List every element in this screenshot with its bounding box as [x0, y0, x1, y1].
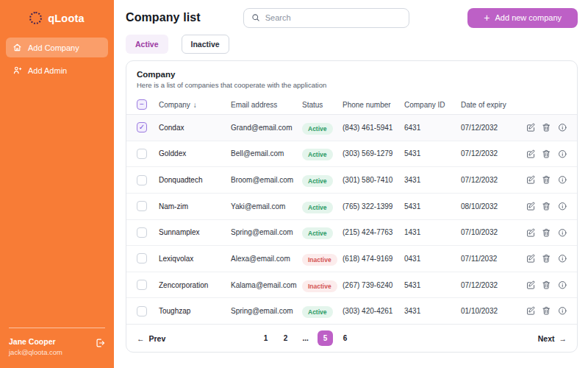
info-button[interactable]: [558, 280, 567, 290]
row-checkbox[interactable]: [137, 253, 147, 263]
column-header-email: Email address: [231, 101, 302, 109]
home-icon: [12, 43, 22, 52]
cell-expiry: 07/12/2032: [461, 281, 511, 289]
trash-icon: [542, 254, 551, 263]
edit-button[interactable]: [526, 280, 536, 290]
page-number-button[interactable]: 6: [337, 330, 353, 346]
search-input[interactable]: [265, 13, 401, 22]
table-row: Lexiqvolax Alexa@email.com Inactive (618…: [126, 246, 577, 272]
info-button[interactable]: [558, 149, 567, 159]
add-new-company-button[interactable]: + Add new company: [467, 8, 578, 28]
cell-phone: (215) 424-7763: [343, 228, 404, 236]
row-checkbox[interactable]: [137, 280, 147, 290]
delete-button[interactable]: [542, 306, 551, 316]
info-button[interactable]: [558, 254, 567, 263]
edit-button[interactable]: [526, 228, 536, 238]
trash-icon: [542, 228, 551, 238]
status-badge: Inactive: [302, 280, 337, 292]
logout-button[interactable]: [95, 338, 105, 350]
row-actions: [511, 149, 567, 159]
table-body: ✓ Condax Grand@email.com Active (843) 46…: [126, 115, 577, 324]
edit-button[interactable]: [526, 202, 536, 211]
user-name: Jane Cooper: [9, 337, 62, 346]
cell-expiry: 07/10/2032: [461, 228, 511, 236]
edit-button[interactable]: [526, 306, 536, 316]
delete-button[interactable]: [542, 280, 551, 290]
delete-button[interactable]: [542, 149, 551, 159]
cell-phone: (303) 569-1279: [343, 149, 404, 158]
table-row: Toughzap Spring@email.com Active (303) 4…: [126, 298, 577, 324]
page-title: Company list: [126, 11, 201, 24]
edit-button[interactable]: [526, 123, 536, 132]
row-actions: [511, 228, 567, 238]
cell-email: Grand@email.com: [231, 124, 302, 132]
info-button[interactable]: [558, 175, 567, 185]
delete-button[interactable]: [542, 123, 551, 132]
table-row: ✓ Condax Grand@email.com Active (843) 46…: [126, 115, 577, 141]
cell-email: Alexa@email.com: [231, 255, 302, 263]
edit-icon: [526, 175, 536, 185]
cell-expiry: 07/12/2032: [461, 124, 511, 132]
delete-button[interactable]: [542, 254, 551, 263]
main-content: Company list + Add new company Active In…: [114, 0, 588, 368]
status-badge: Active: [302, 227, 333, 239]
column-header-company[interactable]: Company ↓: [159, 101, 231, 109]
page-number-button[interactable]: 1: [258, 330, 273, 346]
tab-active[interactable]: Active: [126, 35, 168, 54]
row-checkbox[interactable]: ✓: [137, 122, 147, 132]
select-all-checkbox[interactable]: −: [137, 99, 147, 110]
trash-icon: [542, 306, 551, 316]
cell-email: Spring@email.com: [231, 307, 302, 315]
table-row: Golddex Bell@email.com Active (303) 569-…: [126, 141, 577, 168]
prev-page-button[interactable]: ← Prev: [137, 334, 165, 343]
cell-company-id: 5431: [404, 202, 461, 210]
cell-company-id: 5431: [404, 149, 461, 158]
cell-company: Toughzap: [159, 307, 231, 315]
row-checkbox[interactable]: [137, 306, 147, 316]
card-title: Company: [137, 70, 567, 79]
topbar: Company list + Add new company: [126, 7, 578, 29]
pagination: ← Prev 1 2 ... 5 6 Next →: [126, 324, 577, 352]
cell-company-id: 3431: [404, 307, 461, 315]
edit-button[interactable]: [526, 254, 536, 263]
status-badge: Inactive: [302, 254, 337, 266]
table-row: Sunnamplex Spring@email.com Active (215)…: [126, 220, 577, 247]
user-row: Jane Cooper jack@qloota.com: [9, 337, 105, 356]
tab-inactive[interactable]: Inactive: [182, 35, 229, 54]
page-number-button[interactable]: 2: [278, 330, 293, 346]
info-button[interactable]: [558, 306, 567, 316]
info-button[interactable]: [558, 202, 567, 211]
delete-button[interactable]: [542, 175, 551, 185]
row-checkbox[interactable]: [137, 149, 147, 159]
edit-icon: [526, 306, 536, 316]
table-row: Nam-zim Yaki@email.com Active (765) 322-…: [126, 194, 577, 220]
info-button[interactable]: [558, 228, 567, 238]
info-icon: [558, 123, 567, 132]
cell-company: Lexiqvolax: [159, 255, 231, 263]
sidebar-item-add-admin[interactable]: Add Admin: [6, 60, 108, 80]
sidebar-item-add-company[interactable]: Add Company: [6, 38, 108, 57]
row-checkbox[interactable]: [137, 227, 147, 238]
edit-button[interactable]: [526, 149, 536, 159]
info-button[interactable]: [558, 123, 567, 132]
cell-email: Broom@email.com: [231, 176, 302, 184]
cell-expiry: 07/11/2032: [461, 255, 511, 263]
next-page-button[interactable]: Next →: [538, 334, 567, 343]
cell-email: Yaki@email.com: [231, 202, 302, 210]
edit-icon: [526, 228, 536, 238]
delete-button[interactable]: [542, 228, 551, 238]
status-badge: Active: [302, 306, 333, 318]
delete-button[interactable]: [542, 202, 551, 211]
person-plus-icon: [12, 66, 22, 75]
row-checkbox[interactable]: [137, 175, 147, 185]
next-label: Next: [538, 334, 555, 343]
cell-company-id: 6431: [404, 124, 461, 132]
arrow-left-icon: ←: [137, 334, 145, 343]
page-number-button[interactable]: 5: [318, 330, 333, 346]
info-icon: [558, 202, 567, 211]
row-checkbox[interactable]: [137, 201, 147, 211]
company-table-card: Company Here is a list of companies that…: [126, 60, 578, 353]
row-actions: [511, 202, 567, 211]
brand: qLoota: [0, 0, 114, 35]
edit-button[interactable]: [526, 175, 536, 185]
